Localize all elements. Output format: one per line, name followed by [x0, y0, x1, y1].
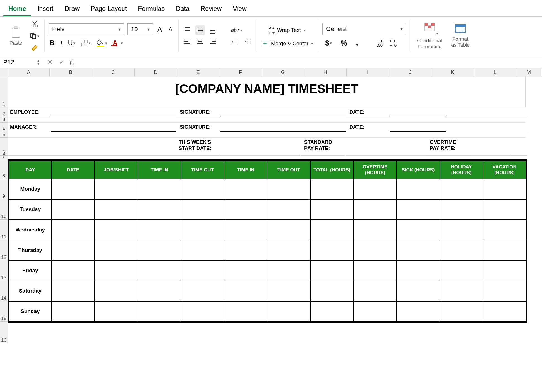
orientation-button[interactable]: ab↗▾ — [230, 26, 244, 34]
align-left-button[interactable] — [183, 38, 192, 46]
cell[interactable]: Monday — [9, 179, 52, 199]
cell[interactable] — [138, 220, 181, 240]
cell[interactable] — [181, 179, 224, 199]
tab-data[interactable]: Data — [171, 2, 195, 16]
th-timeout-2[interactable]: TIME OUT — [267, 161, 310, 179]
tab-review[interactable]: Review — [196, 2, 227, 16]
cell[interactable] — [440, 240, 483, 260]
select-all-corner[interactable] — [0, 68, 8, 77]
tab-formulas[interactable]: Formulas — [133, 2, 170, 16]
row-header-14[interactable]: 14 — [0, 281, 8, 301]
cell[interactable] — [181, 301, 224, 322]
name-box[interactable]: ▲▼ — [0, 58, 42, 66]
field-signature-2[interactable] — [220, 123, 346, 132]
cell[interactable]: Saturday — [9, 281, 52, 301]
label-signature-2[interactable]: SIGNATURE: — [178, 123, 219, 132]
row-header-12[interactable]: 12 — [0, 240, 8, 260]
th-day[interactable]: DAY — [9, 161, 52, 179]
cell[interactable] — [224, 260, 267, 281]
th-sick[interactable]: SICK (HOURS) — [397, 161, 440, 179]
cell[interactable]: Sunday — [9, 301, 52, 322]
cut-button[interactable] — [28, 20, 40, 29]
cell[interactable]: Wednesday — [9, 220, 52, 240]
cell[interactable] — [267, 240, 310, 260]
comma-style-button[interactable]: , — [355, 38, 359, 48]
format-as-table-button[interactable]: Formatas Table — [448, 23, 473, 48]
cell[interactable] — [138, 179, 181, 199]
th-overtime[interactable]: OVERTIME (HOURS) — [354, 161, 397, 179]
cell[interactable] — [52, 220, 95, 240]
cell[interactable] — [483, 240, 526, 260]
decrease-font-size-button[interactable]: Aˇ — [167, 25, 174, 34]
cell[interactable] — [310, 179, 354, 199]
cell[interactable] — [224, 220, 267, 240]
align-bottom-button[interactable] — [208, 25, 218, 35]
cell[interactable] — [440, 199, 483, 220]
row-header-6[interactable]: 6 — [0, 138, 8, 156]
cell[interactable] — [224, 199, 267, 220]
cell[interactable] — [483, 179, 526, 199]
cell[interactable] — [267, 281, 310, 301]
row-header-4[interactable]: 4 — [0, 123, 8, 132]
th-date[interactable]: DATE — [52, 161, 95, 179]
paste-button[interactable]: Paste — [7, 26, 25, 46]
cell[interactable] — [354, 240, 397, 260]
name-box-input[interactable] — [3, 58, 31, 66]
cell[interactable]: Tuesday — [9, 199, 52, 220]
field-date-1[interactable] — [390, 107, 446, 116]
name-box-spinner[interactable]: ▲▼ — [37, 59, 40, 65]
cell[interactable] — [354, 260, 397, 281]
cell[interactable] — [138, 281, 181, 301]
col-header-D[interactable]: D — [135, 68, 177, 77]
timesheet-title[interactable]: [COMPANY NAME] TIMESHEET — [8, 77, 526, 107]
cell[interactable] — [354, 179, 397, 199]
cell[interactable] — [224, 179, 267, 199]
label-week-start[interactable]: THIS WEEK'S START DATE: — [176, 138, 219, 155]
align-center-button[interactable] — [195, 38, 205, 46]
fx-icon[interactable]: fx — [70, 58, 74, 67]
field-date-2[interactable] — [390, 123, 446, 132]
row-header-2[interactable]: 2 — [0, 107, 8, 117]
col-header-C[interactable]: C — [92, 68, 135, 77]
font-color-button[interactable]: A ▾ — [112, 38, 124, 48]
cell[interactable] — [483, 301, 526, 322]
cell[interactable] — [310, 220, 354, 240]
increase-indent-button[interactable] — [243, 38, 252, 46]
align-middle-button[interactable] — [195, 25, 205, 35]
col-header-G[interactable]: G — [262, 68, 304, 77]
tab-insert[interactable]: Insert — [32, 2, 59, 16]
col-header-M[interactable]: M — [516, 68, 541, 77]
cell[interactable]: Thursday — [9, 240, 52, 260]
cell[interactable] — [440, 220, 483, 240]
cell[interactable] — [397, 199, 440, 220]
cell[interactable] — [95, 220, 138, 240]
cell[interactable] — [52, 301, 95, 322]
cell[interactable] — [52, 240, 95, 260]
cell[interactable] — [95, 179, 138, 199]
field-standard-rate[interactable] — [346, 146, 426, 155]
cell[interactable] — [397, 301, 440, 322]
cell[interactable] — [267, 260, 310, 281]
cell[interactable] — [95, 260, 138, 281]
cell[interactable] — [483, 220, 526, 240]
col-header-I[interactable]: I — [347, 68, 389, 77]
cell[interactable] — [138, 240, 181, 260]
cell[interactable] — [95, 199, 138, 220]
enter-formula-button[interactable]: ✓ — [58, 58, 65, 67]
cell[interactable] — [310, 281, 354, 301]
col-header-K[interactable]: K — [431, 68, 474, 77]
row-header-3[interactable]: 3 — [0, 117, 8, 123]
decrease-decimal-button[interactable]: .00→.0 — [388, 38, 398, 48]
underline-button[interactable]: U▾ — [67, 38, 76, 48]
th-timein-2[interactable]: TIME IN — [224, 161, 267, 179]
worksheet-cells[interactable]: [COMPANY NAME] TIMESHEET EMPLOYEE: SIGNA… — [8, 77, 527, 345]
cell[interactable] — [267, 199, 310, 220]
row-header-10[interactable]: 10 — [0, 199, 8, 220]
row-header-9[interactable]: 9 — [0, 179, 8, 199]
cell[interactable] — [354, 199, 397, 220]
format-painter-button[interactable] — [28, 43, 40, 52]
field-week-start[interactable] — [220, 146, 301, 155]
th-jobshift[interactable]: JOB/SHIFT — [95, 161, 138, 179]
cell[interactable] — [483, 260, 526, 281]
cell[interactable] — [95, 240, 138, 260]
